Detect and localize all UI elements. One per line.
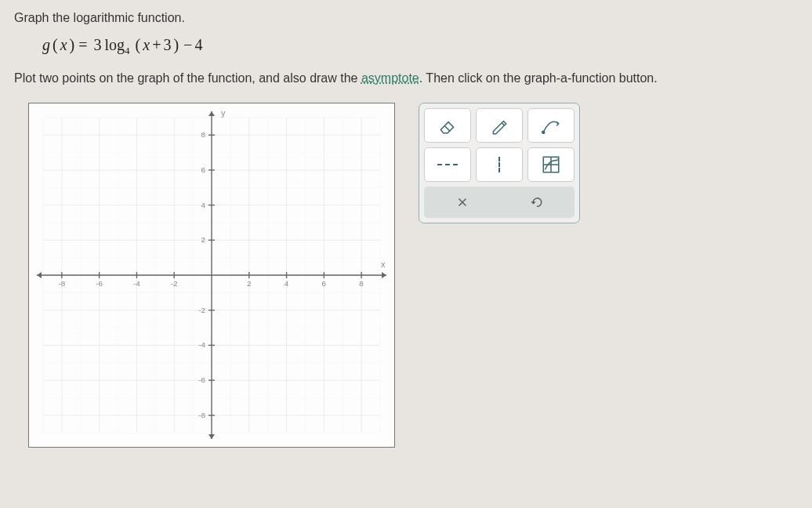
- svg-marker-41: [37, 272, 42, 278]
- formula-var: x: [60, 36, 67, 53]
- curve-tool-button[interactable]: [527, 108, 575, 143]
- graph-a-function-button[interactable]: x: [527, 147, 575, 182]
- eraser-tool-button[interactable]: [424, 108, 471, 143]
- svg-text:2: 2: [201, 235, 206, 244]
- svg-text:-2: -2: [171, 279, 178, 288]
- svg-text:8: 8: [359, 279, 364, 288]
- svg-text:-8: -8: [198, 411, 205, 419]
- clear-button[interactable]: [427, 190, 497, 215]
- svg-text:-6: -6: [198, 376, 205, 384]
- formula-base: 4: [125, 45, 130, 56]
- svg-point-78: [542, 131, 545, 133]
- dashed-horizontal-icon: [437, 164, 458, 165]
- pencil-icon: [489, 115, 509, 136]
- undo-button[interactable]: [502, 190, 571, 215]
- svg-text:-4: -4: [133, 279, 140, 288]
- instruction-line-1: Graph the logarithmic function.: [14, 11, 798, 25]
- formula-coef: 3: [94, 36, 102, 53]
- dashed-vertical-line-button[interactable]: [476, 147, 523, 182]
- svg-text:2: 2: [247, 279, 252, 288]
- svg-marker-42: [208, 111, 215, 116]
- svg-text:y: y: [221, 108, 226, 118]
- asymptote-link[interactable]: asymptote: [361, 71, 419, 85]
- dashed-horizontal-line-button[interactable]: [424, 147, 471, 182]
- graph-canvas[interactable]: -8-6-4-224688642-2-4-6-8 y x: [28, 103, 395, 448]
- dashed-vertical-icon: [498, 157, 500, 172]
- svg-text:-4: -4: [198, 340, 205, 349]
- svg-text:8: 8: [201, 130, 206, 139]
- formula-fn: g: [42, 36, 50, 53]
- svg-text:6: 6: [201, 165, 206, 174]
- tool-palette: x: [419, 103, 580, 223]
- undo-icon: [530, 195, 544, 209]
- eraser-icon: [437, 115, 458, 136]
- svg-text:6: 6: [322, 279, 327, 288]
- svg-marker-43: [208, 434, 215, 439]
- curve-icon: [541, 115, 561, 136]
- svg-marker-40: [382, 272, 386, 278]
- function-formula: g(x) = 3 log4 (x+3)−4: [42, 36, 798, 57]
- svg-text:4: 4: [285, 279, 289, 288]
- svg-text:-2: -2: [198, 306, 205, 314]
- svg-text:-8: -8: [58, 279, 65, 288]
- svg-text:x: x: [381, 259, 386, 269]
- formula-log: log: [105, 36, 125, 53]
- instruction-line-2: Plot two points on the graph of the func…: [14, 71, 798, 85]
- svg-text:4: 4: [201, 201, 206, 209]
- pencil-tool-button[interactable]: [476, 108, 523, 143]
- graph-function-icon: x: [541, 154, 561, 175]
- svg-text:-6: -6: [96, 279, 103, 288]
- close-icon: [455, 195, 469, 209]
